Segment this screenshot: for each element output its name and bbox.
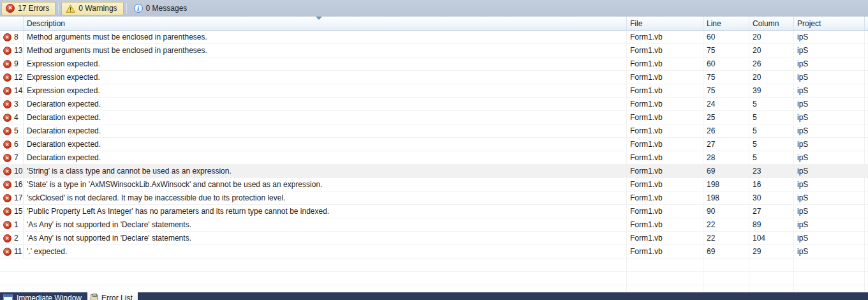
error-row[interactable]: 15 'Public Property Left As Integer' has… [0,205,868,218]
tab-error-list[interactable]: Error List [87,292,138,300]
error-row[interactable]: 5 Declaration expected. Form1.vb 26 5 ip… [0,124,868,138]
error-project: ipS [793,232,864,244]
error-line: 22 [703,232,749,244]
error-row[interactable]: 16 'State' is a type in 'AxMSWinsockLib.… [0,178,868,191]
row-icon-cell: 15 [0,205,23,218]
error-column: 20 [749,44,793,57]
error-list-panel: 17 Errors 0 Warnings 0 Messages Descript… [0,0,868,300]
error-line: 28 [703,151,749,164]
row-icon-cell: 6 [0,138,23,151]
error-number: 8 [14,33,23,41]
error-row[interactable]: 6 Declaration expected. Form1.vb 27 5 ip… [0,138,868,151]
error-list-toolbar: 17 Errors 0 Warnings 0 Messages [0,0,868,17]
messages-filter-button[interactable]: 0 Messages [129,2,194,15]
error-line: 24 [703,98,749,110]
error-description: 'As Any' is not supported in 'Declare' s… [23,218,626,231]
error-icon [6,4,15,13]
error-description: Method arguments must be enclosed in par… [23,44,626,57]
error-project: ipS [793,84,864,97]
row-icon-cell: 7 [0,151,23,164]
error-file: Form1.vb [626,124,703,137]
error-project: ipS [793,31,864,43]
error-row[interactable]: 1 'As Any' is not supported in 'Declare'… [0,218,868,232]
error-project: ipS [793,218,864,231]
error-column: 23 [749,165,793,177]
error-row[interactable]: 17 'sckClosed' is not declared. It may b… [0,191,868,205]
error-line: 22 [703,218,749,231]
error-description: Declaration expected. [23,138,626,151]
row-icon-cell: 9 [0,57,23,70]
error-line: 90 [703,205,749,218]
header-file[interactable]: File [626,17,703,30]
error-column: 29 [749,245,793,258]
error-description: 'As Any' is not supported in 'Declare' s… [23,232,626,244]
header-icon-column [0,17,23,30]
error-description: 'Public Property Left As Integer' has no… [23,205,626,218]
header-tail [864,17,868,30]
error-number: 15 [14,207,23,216]
row-tail [864,124,868,137]
error-number: 17 [14,193,23,202]
row-icon-cell: 2 [0,232,23,244]
tab-immediate-window-label: Immediate Window [17,294,82,300]
error-project: ipS [793,138,864,151]
error-description: Declaration expected. [23,111,626,124]
error-row[interactable]: 12 Expression expected. Form1.vb 75 20 i… [0,71,868,84]
error-row[interactable]: 14 Expression expected. Form1.vb 75 39 i… [0,84,868,98]
row-tail [864,138,868,151]
error-icon [3,234,11,243]
row-icon-cell: 8 [0,31,23,43]
error-row[interactable]: 9 Expression expected. Form1.vb 60 26 ip… [0,57,868,71]
error-description: Declaration expected. [23,151,626,164]
header-project[interactable]: Project [793,17,864,30]
error-icon [3,127,11,135]
header-description[interactable]: Description [23,17,626,30]
error-description: Declaration expected. [23,98,626,110]
row-icon-cell: 11 [0,245,23,258]
row-icon-cell: 3 [0,98,23,110]
error-number: 4 [14,113,23,122]
header-column[interactable]: Column [749,17,793,30]
error-column: 5 [749,98,793,110]
row-tail [864,232,868,244]
warnings-filter-button[interactable]: 0 Warnings [61,2,123,15]
grid-header-row: Description File Line Column Project [0,17,868,31]
row-tail [864,71,868,84]
error-list-clipboard-icon [91,294,98,300]
error-column: 89 [749,218,793,231]
immediate-window-icon [3,294,13,300]
error-line: 60 [703,31,749,43]
error-row[interactable]: 10 'String' is a class type and cannot b… [0,165,868,178]
error-file: Form1.vb [626,98,703,110]
error-line: 27 [703,138,749,151]
error-file: Form1.vb [626,232,703,244]
error-row[interactable]: 8 Method arguments must be enclosed in p… [0,31,868,44]
error-row[interactable]: 3 Declaration expected. Form1.vb 24 5 ip… [0,98,868,111]
error-number: 6 [14,140,23,149]
header-line[interactable]: Line [703,17,749,30]
header-line-label: Line [707,19,721,28]
error-project: ipS [793,111,864,124]
error-line: 25 [703,111,749,124]
error-project: ipS [793,165,864,177]
error-row[interactable]: 4 Declaration expected. Form1.vb 25 5 ip… [0,111,868,124]
error-icon [3,140,11,149]
errors-count-label: 17 Errors [18,4,49,13]
row-tail [864,111,868,124]
error-row[interactable]: 13 Method arguments must be enclosed in … [0,44,868,57]
row-tail [864,98,868,110]
error-icon [3,154,11,162]
error-number: 3 [14,100,23,109]
error-line: 69 [703,245,749,258]
row-tail [864,31,868,43]
error-row[interactable]: 2 'As Any' is not supported in 'Declare'… [0,232,868,245]
header-description-label: Description [27,19,65,28]
error-row[interactable]: 11 '.' expected. Form1.vb 69 29 ipS [0,245,868,259]
error-column: 5 [749,138,793,151]
error-row[interactable]: 7 Declaration expected. Form1.vb 28 5 ip… [0,151,868,165]
errors-filter-button[interactable]: 17 Errors [1,2,55,15]
error-icon [3,114,11,122]
empty-row [0,259,868,272]
tab-immediate-window[interactable]: Immediate Window [0,292,87,300]
error-project: ipS [793,124,864,137]
